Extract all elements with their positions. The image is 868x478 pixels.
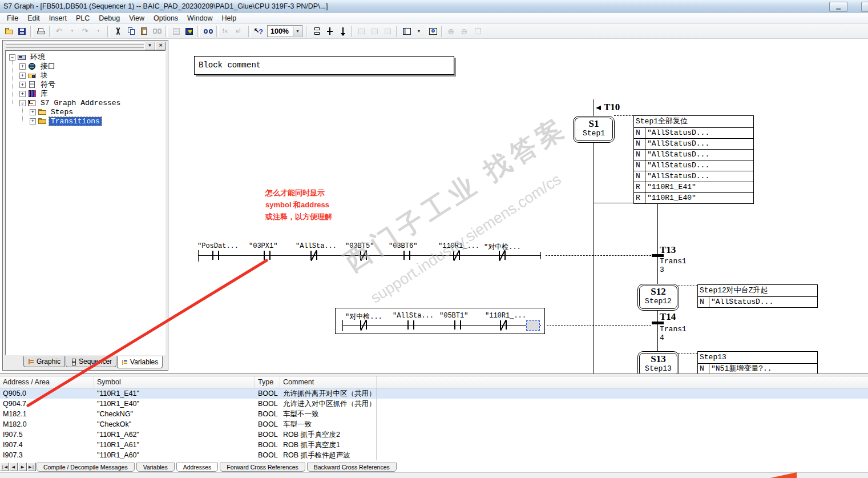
insert-step-icon[interactable] (310, 25, 323, 38)
table-row[interactable]: Q904.7"110R1_E40"BOOL允许进入对中区抓件（共用） (0, 399, 868, 409)
panel-tab-graphic[interactable]: Graphic (23, 356, 65, 367)
copy-icon[interactable] (124, 25, 138, 38)
tree-expander[interactable]: + (30, 118, 36, 124)
zoom-dropdown-icon[interactable]: ▼ (293, 26, 302, 36)
tree-expander[interactable]: + (19, 63, 26, 70)
table-row[interactable]: I907.3"110R1_A60"BOOLROB 抓手检件超声波 (0, 450, 868, 460)
print-icon[interactable] (34, 25, 47, 38)
panel-tab-variables[interactable]: Variables (117, 356, 163, 368)
menu-file[interactable]: File (2, 13, 23, 23)
nc-contact[interactable]: "AllSta... (310, 250, 317, 262)
overview-icon[interactable] (426, 25, 439, 38)
no-contact[interactable]: "AllSta... (407, 320, 414, 331)
save-icon[interactable] (15, 25, 29, 38)
minimize-button[interactable]: ▁ (829, 2, 847, 12)
menu-insert[interactable]: Insert (45, 13, 71, 23)
menu-edit[interactable]: Edit (23, 13, 45, 23)
table-row[interactable]: Q905.0"110R1_E41"BOOL允许抓件离开对中区（共用） (0, 388, 868, 399)
insert-jump-icon[interactable] (336, 25, 349, 38)
action-qualifier: R (634, 182, 645, 192)
nav-prev-button[interactable]: ◀ (9, 463, 18, 471)
no-contact[interactable]: "PosDat... (212, 250, 219, 262)
transition-label-t13[interactable]: T13 (660, 244, 676, 256)
bottom-tab-backward-cross-references[interactable]: Backward Cross References (307, 463, 397, 472)
header-cell-comment[interactable]: Comment (280, 376, 377, 388)
tree-item-item[interactable]: +符号 (6, 80, 165, 89)
menu-window[interactable]: Window (183, 13, 217, 23)
nav-next-button[interactable]: ▶ (18, 463, 27, 471)
action-row[interactable]: N"AllStatusD... (634, 150, 753, 160)
action-row[interactable]: N"AllStatusD... (698, 297, 817, 307)
nav-last-button[interactable]: ▶❘ (27, 463, 36, 471)
action-row[interactable]: N"AllStatusD... (634, 160, 753, 171)
nc-contact[interactable]: "03BT5" (360, 250, 367, 262)
tree-item-transitions[interactable]: +Transitions (6, 117, 165, 126)
nc-contact[interactable]: "110R1_... (500, 320, 507, 331)
nc-contact[interactable]: "对中检... (499, 250, 506, 262)
menu-view[interactable]: View (124, 13, 149, 23)
nc-contact[interactable]: "对中检... (360, 320, 367, 331)
transition-label-t10[interactable]: T10 (604, 102, 620, 113)
paste-icon[interactable] (138, 25, 151, 38)
menu-plc[interactable]: PLC (71, 13, 94, 23)
cut-icon[interactable] (111, 25, 124, 38)
tree-item-item[interactable]: +块 (6, 71, 165, 80)
nc-contact[interactable]: "110R1_... (453, 250, 460, 262)
table-row[interactable]: I907.4"110R1_A61"BOOLROB 抓手真空度1 (0, 440, 868, 450)
header-cell-type[interactable]: Type (255, 376, 280, 388)
bottom-tab-variables[interactable]: Variables (136, 463, 175, 472)
action-table-s13[interactable]: Step13 N"N51新增变量?.. (697, 351, 818, 375)
bottom-tab-addresses[interactable]: Addresses (176, 463, 219, 472)
view-panel-icon[interactable] (400, 25, 413, 38)
insert-transition-icon[interactable] (323, 25, 336, 38)
selection-box[interactable] (526, 320, 540, 331)
step-box-s12[interactable]: S12 Step12 (637, 284, 679, 311)
open-icon[interactable] (2, 25, 15, 38)
action-row[interactable]: N"AllStatusD... (634, 128, 753, 139)
tree-item-steps[interactable]: +Steps (6, 107, 165, 117)
action-row[interactable]: R"110R1_E40" (634, 193, 753, 203)
table-row[interactable]: M182.1"CheckNG"BOOL车型不一致 (0, 409, 868, 419)
action-table-s1[interactable]: Step1全部复位 N"AllStatusD...N"AllStatusD...… (633, 115, 754, 204)
glasses-icon[interactable] (201, 25, 215, 38)
tree-item-item[interactable]: +接口 (6, 62, 165, 71)
tree-expander[interactable]: + (19, 73, 26, 79)
header-cell-address-area[interactable]: Address / Area (0, 376, 94, 388)
tree-item-s7-graph-addresses[interactable]: −S7 Graph Addresses (6, 98, 165, 107)
nav-first-button[interactable]: ❘◀ (0, 463, 9, 471)
cell-comment: ROB 抓手真空度2 (280, 429, 377, 440)
action-row[interactable]: R"110R1_E41" (634, 182, 753, 193)
transition-label-t14[interactable]: T14 (660, 311, 676, 323)
header-cell-symbol[interactable]: Symbol (94, 376, 255, 388)
bottom-tab-forward-cross-references[interactable]: Forward Cross References (220, 463, 305, 472)
tree-item-item[interactable]: +库 (6, 89, 165, 98)
block-comment[interactable]: Block comment (194, 56, 454, 75)
bottom-tab-compile-decompile-messages[interactable]: Compile / Decompile Messages (37, 463, 135, 472)
action-row[interactable]: N"AllStatusD... (634, 139, 753, 150)
download-icon[interactable] (183, 25, 196, 38)
view-dropdown-icon[interactable] (413, 25, 426, 38)
action-row[interactable]: N"AllStatusD... (634, 171, 753, 182)
maximize-button[interactable]: ▢ (861, 2, 868, 12)
table-row[interactable]: I907.5"110R1_A62"BOOLROB 抓手真空度2 (0, 429, 868, 440)
menu-debug[interactable]: Debug (94, 13, 124, 23)
action-row[interactable]: N"N51新增变量?.. (698, 364, 817, 374)
menu-help[interactable]: Help (217, 13, 241, 23)
tree-expander[interactable]: + (19, 82, 26, 88)
panel-dropdown-button[interactable]: ▼ (144, 42, 155, 50)
no-contact[interactable]: "03BT6" (403, 250, 410, 262)
tree-expander[interactable]: + (30, 109, 36, 115)
menu-options[interactable]: Options (149, 13, 183, 23)
zoom-level-combo[interactable]: 100%▼ (267, 25, 302, 37)
step-box-s1[interactable]: S1 Step1 (573, 116, 615, 143)
action-table-s12[interactable]: Step12对中台Z升起 N"AllStatusD... (697, 284, 818, 308)
table-row[interactable]: M182.0"CheckOk"BOOL车型一致 (0, 419, 868, 429)
tree-item-item[interactable]: −环境 (6, 53, 165, 62)
panel-close-button[interactable]: ✕ (155, 42, 166, 50)
help-cursor-icon[interactable] (252, 25, 265, 38)
tree-expander[interactable]: + (19, 91, 26, 97)
no-contact[interactable]: "05BT1" (454, 320, 461, 331)
contact-label: "110R1_... (485, 312, 526, 320)
panel-grip[interactable] (6, 42, 144, 48)
tree-expander[interactable]: − (9, 54, 15, 61)
